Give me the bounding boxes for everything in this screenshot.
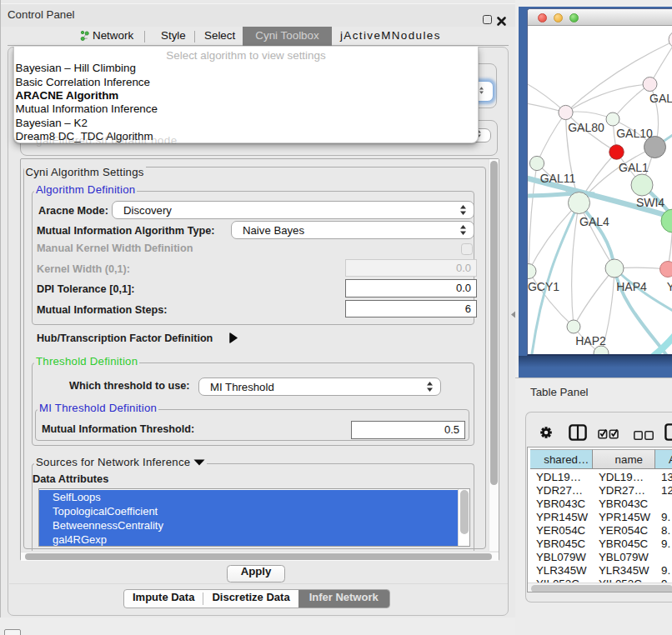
attribute-item[interactable]: BetweennessCentrality (39, 518, 458, 532)
tab-style[interactable]: Style (161, 29, 186, 42)
attribute-item[interactable]: TopologicalCoefficient (39, 504, 458, 518)
table-cell[interactable]: YDL19… (599, 471, 644, 483)
mi-type-value: Naive Bayes (243, 224, 304, 237)
split-columns-icon[interactable] (569, 424, 587, 444)
network-node[interactable] (528, 264, 536, 279)
attributes-scrollbar[interactable] (458, 489, 470, 547)
table-cell[interactable]: YLR345W (536, 564, 587, 577)
mi-type-combo[interactable]: Naive Bayes (231, 221, 474, 239)
table-cell[interactable]: YLR345W (599, 564, 649, 577)
which-threshold-combo[interactable]: MI Threshold (198, 378, 441, 396)
table-cell[interactable]: 9. (661, 511, 670, 523)
table-cell[interactable]: 9. (661, 564, 670, 577)
select-all-icon[interactable] (598, 428, 619, 442)
zoom-traffic-light[interactable] (569, 13, 579, 22)
bottom-tab-control: Impute Data Discretize Data Infer Networ… (123, 589, 390, 608)
network-node[interactable] (643, 78, 657, 92)
table-cell[interactable]: 9. (661, 538, 670, 550)
tab-network[interactable]: Network (93, 29, 133, 42)
deselect-all-icon[interactable] (634, 428, 654, 443)
popup-item[interactable]: ARACNE Algorithm (16, 89, 119, 102)
table-cell[interactable]: YDR27… (536, 484, 583, 497)
network-edge[interactable] (574, 268, 614, 327)
network-node[interactable] (606, 112, 619, 126)
tab-select[interactable]: Select (204, 29, 235, 42)
network-node[interactable] (669, 32, 672, 48)
network-node[interactable] (559, 105, 573, 119)
column-header[interactable]: name (593, 449, 656, 469)
bottom-left-partial-button[interactable] (4, 629, 21, 635)
attributes-scrollbar-thumb[interactable] (460, 490, 469, 534)
table-cell[interactable]: YPR145W (599, 511, 650, 523)
attribute-item[interactable]: SelfLoops (39, 490, 458, 504)
popup-item[interactable]: Bayesian – Hill Climbing (16, 62, 136, 74)
tab-infer-network[interactable]: Infer Network (298, 590, 389, 608)
aracne-mode-label: Aracne Mode: (38, 205, 108, 217)
network-edge[interactable] (537, 112, 566, 163)
network-node[interactable] (569, 192, 590, 214)
tab-discretize-data[interactable]: Discretize Data (203, 590, 298, 608)
column-header[interactable]: shared… (530, 449, 593, 469)
network-node[interactable] (605, 259, 624, 278)
float-icon[interactable] (483, 15, 492, 24)
data-attributes-list[interactable]: SelfLoopsTopologicalCoefficientBetweenne… (38, 488, 470, 547)
tab-jactivemnodules[interactable]: jActiveMNodules (340, 29, 441, 42)
new-table-icon[interactable] (664, 423, 672, 444)
table-cell[interactable]: YPR145W (536, 511, 588, 523)
close-traffic-light[interactable] (538, 13, 547, 22)
table-cell[interactable]: YBL079W (536, 551, 586, 563)
table-cell[interactable]: YBR043C (536, 498, 585, 510)
settings-hscrollbar[interactable] (21, 552, 499, 561)
table-cell[interactable]: YDL19… (536, 471, 581, 483)
table-cell[interactable]: 8. (661, 524, 670, 537)
table-panel-title: Table Panel (530, 386, 589, 398)
table-cell[interactable]: YBL079W (599, 551, 649, 563)
network-node[interactable] (529, 156, 544, 170)
network-node[interactable] (631, 174, 653, 196)
settings-hscrollbar-thumb[interactable] (25, 553, 492, 560)
gear-icon[interactable] (539, 426, 553, 442)
aracne-mode-combo[interactable]: Discovery (112, 201, 474, 219)
mi-threshold-title: MI Threshold Definition (38, 402, 158, 414)
network-node[interactable] (660, 262, 672, 278)
tab-impute-data[interactable]: Impute Data (124, 590, 203, 608)
minimize-traffic-light[interactable] (554, 13, 563, 22)
table-hscrollbar[interactable] (528, 582, 672, 592)
network-edge[interactable] (566, 84, 650, 112)
table-cell[interactable]: 12 (661, 484, 672, 497)
popup-item[interactable]: Mutual Information Inference (16, 102, 158, 115)
settings-vscrollbar[interactable] (489, 159, 499, 551)
table-cell[interactable]: YBR045C (599, 538, 648, 550)
table-cell[interactable]: YBR045C (536, 538, 585, 550)
network-node[interactable] (594, 346, 609, 356)
kernel-width-field[interactable]: 0.0 (345, 259, 477, 277)
network-canvas[interactable]: GALGAL80GAL10GAL1SWI4GAL11GAL4GCY1HAP4YH… (528, 27, 672, 356)
attribute-item[interactable]: gal4RGexp (39, 532, 458, 547)
manual-kernel-checkbox[interactable] (461, 243, 473, 255)
settings-vscrollbar-thumb[interactable] (490, 161, 498, 485)
popup-item[interactable]: Bayesian – K2 (16, 117, 88, 129)
dpi-field[interactable]: 0.0 (345, 279, 477, 298)
table-cell[interactable]: YER054C (536, 524, 585, 537)
column-header[interactable]: A (655, 449, 672, 469)
network-edge[interactable] (572, 203, 579, 328)
node-label: HAP4 (616, 280, 647, 293)
mi-steps-field[interactable]: 6 (345, 300, 477, 318)
table-cell[interactable]: 13 (661, 471, 672, 483)
network-window-titlebar[interactable] (528, 9, 672, 26)
dpi-label: DPI Tolerance [0,1]: (37, 283, 135, 295)
popup-item[interactable]: Basic Correlation Inference (16, 76, 151, 88)
table-cell[interactable]: YDR27… (599, 484, 645, 497)
control-panel-titlebar[interactable]: Control Panel (1, 3, 516, 27)
expand-arrow-icon[interactable] (229, 332, 238, 347)
mi-threshold-field[interactable]: 0.5 (351, 421, 465, 439)
network-node[interactable] (567, 320, 580, 333)
tab-cyni-toolbox[interactable]: Cyni Toolbox (243, 27, 332, 46)
table-hscrollbar-thumb[interactable] (531, 585, 672, 592)
dropdown-prompt: Select algorithm to view settings (14, 49, 478, 62)
apply-button[interactable]: Apply (227, 565, 285, 582)
collapse-arrow-icon[interactable] (193, 458, 205, 466)
table-cell[interactable]: YBR043C (599, 498, 648, 510)
table-cell[interactable]: YER054C (599, 524, 648, 537)
network-node[interactable] (609, 145, 624, 159)
